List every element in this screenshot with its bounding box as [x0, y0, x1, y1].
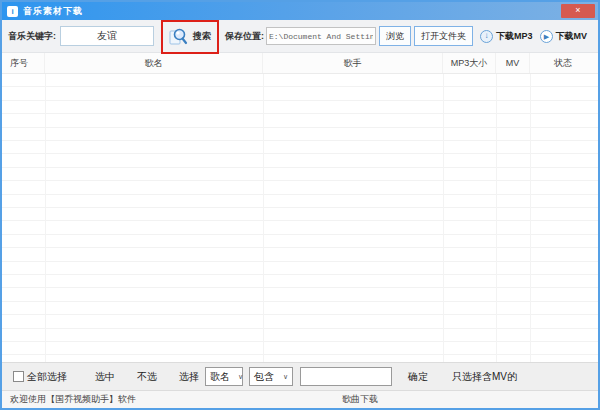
column-header-index[interactable]: 序号 [2, 53, 45, 73]
filter-match-select[interactable]: 包含 ∨ [249, 367, 293, 386]
search-icon [169, 27, 188, 46]
chevron-down-icon: ∨ [238, 373, 243, 381]
browse-button[interactable]: 浏览 [379, 26, 411, 46]
column-header-song-name[interactable]: 歌名 [45, 53, 263, 73]
table-header: 序号 歌名 歌手 MP3大小 MV 状态 [2, 53, 598, 74]
download-mv-icon: ▶ [540, 30, 553, 43]
deselect-link[interactable]: 不选 [137, 370, 157, 384]
open-folder-button[interactable]: 打开文件夹 [414, 26, 473, 46]
filter-match-value: 包含 [254, 370, 274, 384]
title-bar: i 音乐素材下载 × [2, 2, 598, 20]
column-header-status[interactable]: 状态 [530, 53, 596, 73]
column-divider [263, 74, 264, 362]
column-header-mp3-size[interactable]: MP3大小 [443, 53, 496, 73]
download-mv-label: 下载MV [556, 30, 588, 43]
table-body [2, 74, 598, 362]
download-mp3-button[interactable]: ↓ 下载MP3 [480, 30, 533, 43]
toolbar: 音乐关键字: 搜索 保存位置: 浏览 打开文件夹 ↓ 下载MP3 ▶ 下载MV [2, 20, 598, 53]
keyword-label: 音乐关键字: [8, 30, 56, 43]
filter-label: 选择 [179, 370, 199, 384]
status-text: 歌曲下载 [342, 393, 378, 406]
column-header-artist[interactable]: 歌手 [263, 53, 443, 73]
app-window: i 音乐素材下载 × 音乐关键字: 搜索 保存位置: 浏览 打开文件夹 ↓ 下载 [0, 0, 600, 410]
window-title: 音乐素材下载 [23, 5, 83, 18]
save-location-label: 保存位置: [225, 30, 264, 43]
select-all-checkbox[interactable] [13, 371, 24, 382]
search-button[interactable]: 搜索 [165, 24, 215, 49]
download-mp3-label: 下载MP3 [496, 30, 533, 43]
filter-text-input[interactable] [300, 367, 392, 386]
column-divider [530, 74, 531, 362]
status-bar: 欢迎使用【国乔视频助手】软件 歌曲下载 [2, 390, 598, 408]
chevron-down-icon: ∨ [283, 373, 288, 381]
confirm-link[interactable]: 确定 [408, 370, 428, 384]
column-divider [443, 74, 444, 362]
download-mv-button[interactable]: ▶ 下载MV [540, 30, 588, 43]
column-divider [496, 74, 497, 362]
select-all-label[interactable]: 全部选择 [27, 370, 67, 384]
column-header-mv[interactable]: MV [496, 53, 530, 73]
keyword-input[interactable] [60, 26, 154, 46]
mv-only-link[interactable]: 只选择含MV的 [452, 370, 517, 384]
filter-field-value: 歌名 [210, 370, 230, 384]
welcome-text: 欢迎使用【国乔视频助手】软件 [10, 393, 136, 406]
app-icon: i [7, 6, 18, 17]
download-mp3-icon: ↓ [480, 30, 493, 43]
filter-field-select[interactable]: 歌名 ∨ [205, 367, 243, 386]
selection-bar: 全部选择 选中 不选 选择 歌名 ∨ 包含 ∨ 确定 只选择含MV的 [2, 362, 598, 390]
save-path-input[interactable] [266, 27, 376, 45]
column-divider [45, 74, 46, 362]
close-button[interactable]: × [561, 4, 595, 18]
search-button-label: 搜索 [193, 30, 211, 43]
select-checked-link[interactable]: 选中 [95, 370, 115, 384]
